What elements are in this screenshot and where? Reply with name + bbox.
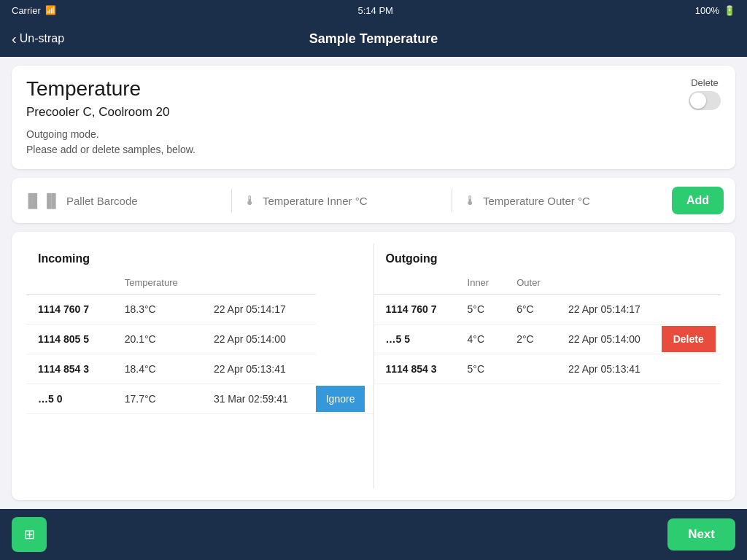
outgoing-col-date: [557, 271, 662, 295]
nav-title: Sample Temperature: [309, 31, 438, 47]
row-date: 22 Apr 05:14:00: [202, 324, 316, 354]
nav-bar: ‹ Un-strap Sample Temperature: [0, 20, 747, 57]
bottom-bar: ⊞ Next: [0, 509, 747, 560]
card-description-1: Outgoing mode.: [26, 127, 196, 142]
row-inner: 4°C: [456, 324, 506, 354]
grid-icon: ⊞: [24, 526, 35, 542]
card-title: Temperature: [26, 77, 196, 101]
action-cell: Delete: [662, 324, 721, 354]
row-inner: 5°C: [456, 354, 506, 384]
wifi-icon: 📶: [45, 5, 56, 15]
incoming-section: Incoming Temperature 1114 760 718.3°C22 …: [26, 244, 374, 489]
row-date: 22 Apr 05:13:41: [557, 354, 662, 384]
incoming-title: Incoming: [26, 244, 374, 271]
row-date: 22 Apr 05:14:17: [202, 295, 316, 324]
card-subtitle: Precooler C, Coolroom 20: [26, 105, 196, 120]
row-id: 1114 805 5: [26, 324, 113, 354]
status-time: 5:14 PM: [358, 5, 393, 16]
row-date: 31 Mar 02:59:41: [202, 384, 316, 414]
thermometer-inner-icon: 🌡: [244, 193, 257, 209]
row-temp: 17.7°C: [113, 384, 202, 414]
add-button[interactable]: Add: [672, 187, 724, 214]
outgoing-col-inner: Inner: [456, 271, 506, 295]
delete-toggle[interactable]: [689, 91, 721, 110]
status-left: Carrier 📶: [12, 5, 56, 16]
status-bar: Carrier 📶 5:14 PM 100% 🔋: [0, 0, 747, 20]
barcode-input[interactable]: [66, 195, 220, 207]
outgoing-col-action: [662, 271, 721, 295]
battery-icon: 🔋: [724, 5, 735, 16]
divider-1: [231, 189, 232, 212]
battery-label: 100%: [695, 5, 719, 16]
incoming-col-temp: Temperature: [113, 271, 202, 295]
row-id: 1114 854 3: [26, 354, 113, 384]
row-inner: 5°C: [456, 295, 506, 324]
incoming-col-id: [26, 271, 113, 295]
table-row: 1114 854 35°C22 Apr 05:13:41: [374, 354, 721, 384]
row-id: 1114 760 7: [26, 295, 113, 324]
row-outer: [505, 354, 557, 384]
action-cell: Ignore: [316, 384, 374, 414]
back-arrow-icon: ‹: [12, 31, 17, 47]
outgoing-table: Inner Outer 1114 760 75°C6°C22 Apr 05:14…: [374, 271, 721, 384]
grid-button[interactable]: ⊞: [12, 517, 47, 552]
next-button[interactable]: Next: [667, 518, 735, 551]
input-card: ▐▌▐▌ 🌡 🌡 Add: [12, 178, 735, 223]
row-id: 1114 854 3: [374, 354, 456, 384]
outgoing-section: Outgoing Inner Outer 1114 760 75°C6°C22 …: [374, 244, 721, 489]
incoming-header-row: Temperature: [26, 271, 374, 295]
table-row: 1114 805 520.1°C22 Apr 05:14:00: [26, 324, 374, 354]
action-empty: [662, 295, 721, 324]
main-content: Temperature Precooler C, Coolroom 20 Out…: [0, 57, 747, 509]
outgoing-header-row: Inner Outer: [374, 271, 721, 295]
table-row: …5 54°C2°C22 Apr 05:14:00Delete: [374, 324, 721, 354]
row-id: …5 0: [26, 384, 113, 414]
temp-outer-input[interactable]: [483, 195, 660, 207]
tables-card: Incoming Temperature 1114 760 718.3°C22 …: [12, 232, 735, 500]
info-card-header: Temperature Precooler C, Coolroom 20 Out…: [26, 77, 721, 158]
divider-2: [452, 189, 452, 212]
table-row: 1114 760 75°C6°C22 Apr 05:14:17: [374, 295, 721, 324]
row-date: 22 Apr 05:14:17: [557, 295, 662, 324]
row-date: 22 Apr 05:14:00: [557, 324, 662, 354]
row-temp: 20.1°C: [113, 324, 202, 354]
info-card: Temperature Precooler C, Coolroom 20 Out…: [12, 66, 735, 169]
table-row: 1114 760 718.3°C22 Apr 05:14:17: [26, 295, 374, 324]
back-label: Un-strap: [20, 32, 64, 45]
card-description-2: Please add or delete samples, below.: [26, 142, 196, 158]
info-text-block: Temperature Precooler C, Coolroom 20 Out…: [26, 77, 196, 158]
delete-toggle-label: Delete: [691, 77, 719, 88]
row-outer: 2°C: [505, 324, 557, 354]
outgoing-title: Outgoing: [374, 244, 721, 271]
ignore-button[interactable]: Ignore: [316, 386, 365, 412]
row-date: 22 Apr 05:13:41: [202, 354, 316, 384]
back-button[interactable]: ‹ Un-strap: [12, 31, 64, 47]
barcode-field: ▐▌▐▌: [23, 193, 220, 209]
row-id: 1114 760 7: [374, 295, 456, 324]
outgoing-col-outer: Outer: [505, 271, 557, 295]
action-empty: [662, 354, 721, 384]
carrier-label: Carrier: [12, 5, 41, 16]
row-id: …5 5: [374, 324, 456, 354]
table-row: …5 017.7°C31 Mar 02:59:41Ignore: [26, 384, 374, 414]
table-row: 1114 854 318.4°C22 Apr 05:13:41: [26, 354, 374, 384]
temp-outer-field: 🌡: [464, 193, 660, 209]
incoming-table: Temperature 1114 760 718.3°C22 Apr 05:14…: [26, 271, 374, 414]
outgoing-col-id: [374, 271, 456, 295]
toggle-knob: [690, 93, 706, 109]
status-right: 100% 🔋: [695, 5, 735, 16]
row-outer: 6°C: [505, 295, 557, 324]
temp-inner-field: 🌡: [244, 193, 440, 209]
delete-row-button[interactable]: Delete: [662, 326, 716, 352]
temp-inner-input[interactable]: [263, 195, 440, 207]
thermometer-outer-icon: 🌡: [464, 193, 477, 209]
delete-toggle-container: Delete: [689, 77, 721, 110]
incoming-col-date: [202, 271, 316, 295]
row-temp: 18.4°C: [113, 354, 202, 384]
row-temp: 18.3°C: [113, 295, 202, 324]
barcode-icon: ▐▌▐▌: [23, 193, 61, 209]
